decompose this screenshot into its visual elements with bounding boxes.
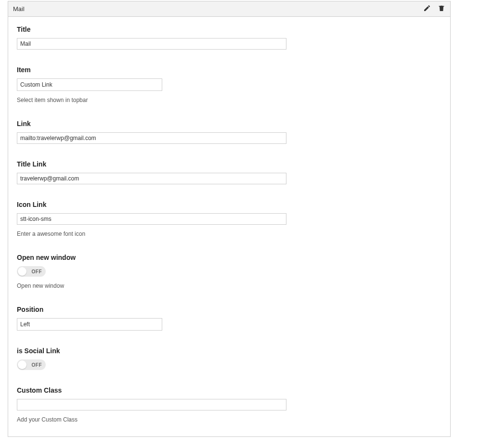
open-new-window-label: Open new window (17, 254, 441, 261)
field-custom-class: Custom Class Add your Custom Class (17, 386, 441, 423)
toggle-state-label: OFF (32, 362, 42, 368)
item-select[interactable] (17, 78, 162, 91)
item-helper: Select item shown in topbar (17, 97, 441, 103)
field-position: Position (17, 306, 441, 331)
custom-class-input[interactable] (17, 399, 286, 410)
title-link-label: Title Link (17, 160, 441, 168)
toggle-knob (18, 267, 26, 276)
edit-icon[interactable] (423, 4, 431, 13)
panel-actions (423, 4, 445, 13)
panel-title: Mail (13, 5, 25, 13)
title-input[interactable] (17, 38, 286, 50)
link-input[interactable] (17, 132, 286, 144)
panel-header: Mail (8, 1, 450, 17)
settings-panel: Mail Title Item Select item shown in top… (8, 1, 451, 437)
icon-link-label: Icon Link (17, 201, 441, 208)
panel-body: Title Item Select item shown in topbar L… (8, 17, 450, 436)
custom-class-helper: Add your Custom Class (17, 416, 441, 423)
link-label: Link (17, 120, 441, 128)
position-label: Position (17, 306, 441, 313)
toggle-knob (18, 360, 26, 369)
field-open-new-window: Open new window OFF Open new window (17, 254, 441, 289)
title-label: Title (17, 26, 441, 33)
toggle-state-label: OFF (32, 269, 42, 274)
custom-class-label: Custom Class (17, 386, 441, 394)
field-title-link: Title Link (17, 160, 441, 184)
open-new-window-toggle[interactable]: OFF (17, 266, 46, 277)
icon-link-input[interactable] (17, 213, 286, 225)
field-icon-link: Icon Link Enter a awesome font icon (17, 201, 441, 237)
icon-link-helper: Enter a awesome font icon (17, 230, 441, 237)
position-select[interactable] (17, 318, 162, 331)
open-new-window-helper: Open new window (17, 282, 441, 289)
item-label: Item (17, 66, 441, 74)
field-item: Item Select item shown in topbar (17, 66, 441, 103)
field-is-social-link: is Social Link OFF (17, 347, 441, 370)
trash-icon[interactable] (438, 4, 445, 13)
is-social-link-label: is Social Link (17, 347, 441, 355)
title-link-input[interactable] (17, 173, 286, 184)
field-title: Title (17, 26, 441, 50)
is-social-link-toggle[interactable]: OFF (17, 359, 46, 370)
field-link: Link (17, 120, 441, 144)
